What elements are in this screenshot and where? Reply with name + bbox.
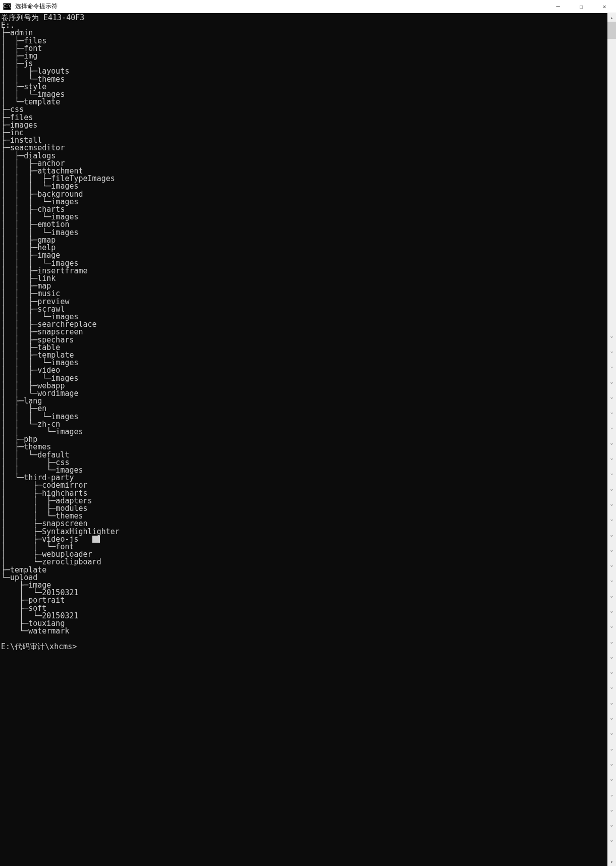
chevron-down-icon: ⌄ — [607, 527, 616, 542]
cmd-icon: C:\ — [3, 3, 11, 10]
close-button[interactable]: ✕ — [593, 0, 616, 13]
scrollbar[interactable]: ▴ ⌄⌄⌄⌄⌄⌄⌄⌄⌄⌄⌄⌄⌄⌄⌄⌄⌄⌄⌄⌄⌄⌄⌄⌄⌄⌄⌄⌄⌄⌄⌄⌄⌄⌄ ▾ — [607, 13, 616, 866]
chevron-down-icon: ⌄ — [607, 801, 616, 817]
chevron-down-icon: ⌄ — [607, 481, 616, 496]
chevron-down-icon: ⌄ — [607, 664, 616, 679]
chevron-down-icon: ⌄ — [607, 404, 616, 419]
chevron-down-icon: ⌄ — [607, 542, 616, 557]
prompt-line[interactable]: E:\代码审计\xhcms> — [1, 642, 77, 651]
chevron-down-icon: ⌄ — [607, 679, 616, 695]
chevron-down-icon: ⌄ — [607, 603, 616, 618]
chevron-down-icon: ⌄ — [607, 756, 616, 771]
chevron-down-icon: ⌄ — [607, 389, 616, 404]
tree-container: ├─admin │ ├─files │ ├─font │ ├─img │ ├─j… — [1, 29, 616, 635]
chevron-down-icon: ⌄ — [607, 557, 616, 572]
terminal-output[interactable]: 卷序列号为 E413-40F3 E:. ├─admin │ ├─files │ … — [0, 13, 616, 866]
scroll-markers: ⌄⌄⌄⌄⌄⌄⌄⌄⌄⌄⌄⌄⌄⌄⌄⌄⌄⌄⌄⌄⌄⌄⌄⌄⌄⌄⌄⌄⌄⌄⌄⌄⌄⌄ — [607, 328, 616, 847]
chevron-down-icon: ⌄ — [607, 786, 616, 801]
chevron-down-icon: ⌄ — [607, 420, 616, 435]
chevron-down-icon: ⌄ — [607, 649, 616, 664]
chevron-down-icon: ⌄ — [607, 588, 616, 603]
chevron-down-icon: ⌄ — [607, 710, 616, 725]
text-cursor — [92, 536, 100, 543]
chevron-down-icon: ⌄ — [607, 435, 616, 450]
minimize-button[interactable]: ─ — [546, 0, 570, 13]
chevron-down-icon: ⌄ — [607, 771, 616, 786]
scroll-down-icon[interactable]: ▾ — [607, 857, 616, 866]
maximize-button[interactable]: ☐ — [570, 0, 593, 13]
chevron-down-icon: ⌄ — [607, 740, 616, 756]
chevron-down-icon: ⌄ — [607, 511, 616, 527]
chevron-down-icon: ⌄ — [607, 633, 616, 649]
scroll-up-icon[interactable]: ▴ — [607, 13, 616, 22]
chevron-down-icon: ⌄ — [607, 343, 616, 358]
titlebar[interactable]: C:\ 选择命令提示符 ─ ☐ ✕ — [0, 0, 616, 13]
scroll-thumb[interactable] — [607, 22, 616, 39]
chevron-down-icon: ⌄ — [607, 618, 616, 633]
chevron-down-icon: ⌄ — [607, 695, 616, 710]
window-controls: ─ ☐ ✕ — [546, 0, 616, 13]
chevron-down-icon: ⌄ — [607, 725, 616, 740]
chevron-down-icon: ⌄ — [607, 572, 616, 588]
chevron-down-icon: ⌄ — [607, 817, 616, 832]
chevron-down-icon: ⌄ — [607, 328, 616, 343]
chevron-down-icon: ⌄ — [607, 466, 616, 481]
chevron-down-icon: ⌄ — [607, 832, 616, 847]
chevron-down-icon: ⌄ — [607, 359, 616, 374]
chevron-down-icon: ⌄ — [607, 496, 616, 511]
tree-row: └─watermark — [1, 626, 69, 636]
window-title: 选择命令提示符 — [15, 2, 58, 11]
chevron-down-icon: ⌄ — [607, 450, 616, 465]
chevron-down-icon: ⌄ — [607, 374, 616, 389]
